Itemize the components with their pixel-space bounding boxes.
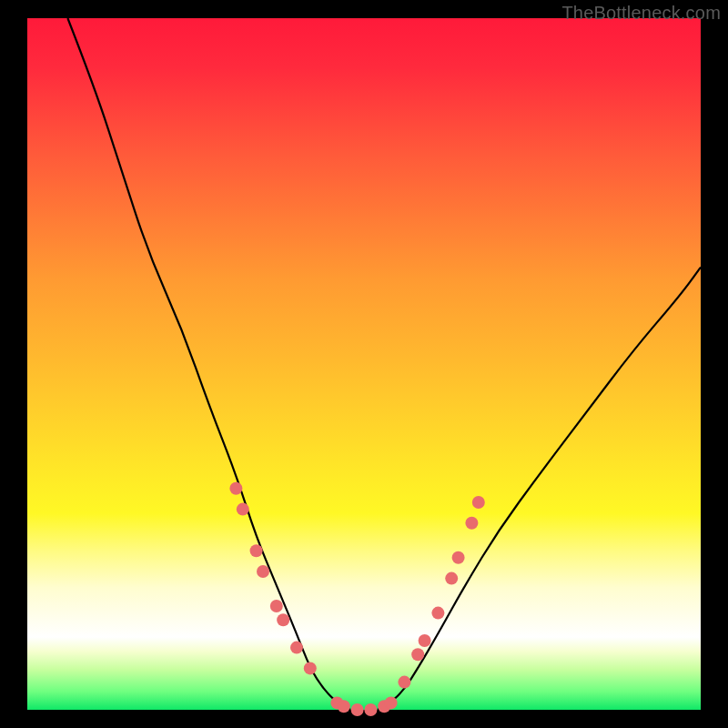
marker-group [229, 482, 484, 716]
marker-dot [472, 496, 485, 509]
marker-dot [364, 703, 377, 716]
marker-dot [385, 696, 398, 709]
marker-dot [257, 565, 269, 578]
marker-dot [290, 642, 303, 654]
marker-dot [304, 662, 317, 674]
curve-overlay [27, 18, 701, 710]
marker-dot [270, 600, 283, 612]
left-curve [67, 18, 350, 710]
marker-dot [250, 544, 263, 557]
marker-dot [237, 503, 249, 516]
marker-dot [445, 572, 458, 585]
marker-dot [338, 700, 350, 713]
marker-dot [398, 676, 410, 689]
marker-dot [452, 551, 465, 564]
marker-dot [229, 482, 242, 495]
marker-dot [465, 517, 478, 530]
marker-dot [277, 613, 289, 626]
marker-dot [431, 607, 444, 620]
marker-dot [411, 648, 424, 661]
marker-dot [419, 634, 431, 647]
marker-dot [351, 703, 364, 716]
